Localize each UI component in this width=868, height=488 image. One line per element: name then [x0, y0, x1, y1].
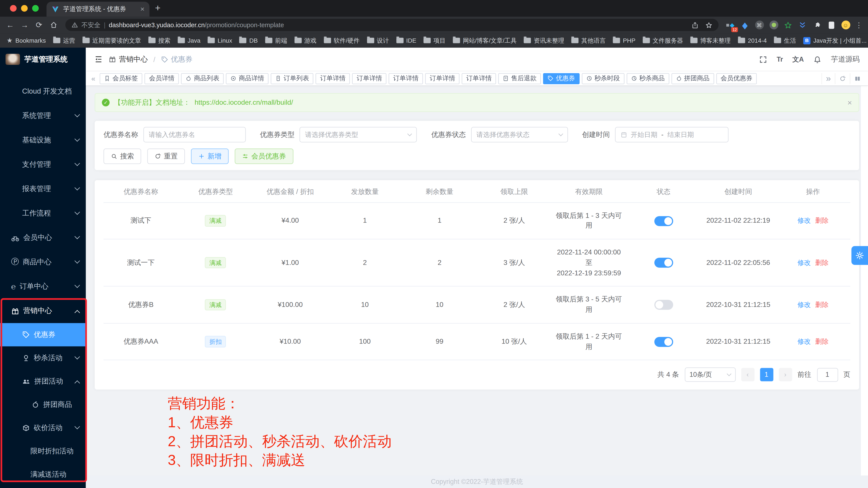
coupon-name-input[interactable]: [143, 127, 246, 142]
sidebar-item-marketing-center[interactable]: 营销中心: [0, 298, 86, 323]
layout-columns-icon[interactable]: [850, 73, 865, 84]
tab-seckill-time[interactable]: 秒杀时段: [582, 73, 624, 84]
tab-order-detail[interactable]: 订单详情: [352, 73, 386, 84]
bookmark-folder[interactable]: 软件/硬件: [323, 36, 360, 45]
bookmark-folder[interactable]: 博客未整理: [690, 36, 731, 45]
delete-link[interactable]: 删除: [815, 217, 829, 224]
browser-menu-icon[interactable]: ⋮: [856, 21, 863, 29]
sidebar-item-system[interactable]: 系统管理: [0, 104, 86, 128]
extension-command-icon[interactable]: ⌘: [754, 20, 764, 30]
home-icon[interactable]: [49, 21, 58, 29]
status-toggle[interactable]: [654, 300, 673, 310]
page-scrollbar[interactable]: [860, 86, 868, 476]
prev-page-button[interactable]: ‹: [741, 368, 754, 381]
tab-order-list[interactable]: 订单列表: [271, 73, 314, 84]
tab-order-detail[interactable]: 订单详情: [462, 73, 496, 84]
bookmark-folder[interactable]: 游戏: [294, 36, 317, 45]
tab-product-detail[interactable]: 商品详情: [226, 73, 269, 84]
breadcrumb-marketing[interactable]: 营销中心: [108, 54, 148, 64]
tab-refund[interactable]: 售后退款: [498, 73, 541, 84]
extension-kite-icon[interactable]: ◆: [740, 19, 749, 31]
tabs-scroll-left-icon[interactable]: «: [89, 74, 98, 83]
reload-icon[interactable]: ⟳: [34, 21, 44, 29]
sidebar-fold-icon[interactable]: [94, 55, 103, 64]
bookmark-folder[interactable]: 其他语言: [571, 36, 606, 45]
sidebar-item-product-center[interactable]: Ⓟ商品中心: [0, 250, 86, 274]
status-toggle[interactable]: [654, 337, 673, 347]
tabs-refresh-icon[interactable]: [835, 73, 850, 84]
sidebar-item-payment[interactable]: 支付管理: [0, 152, 86, 177]
side-panel-icon[interactable]: [827, 20, 836, 30]
tab-group-product[interactable]: 拼团商品: [672, 73, 714, 84]
tab-member-detail[interactable]: 会员详情: [145, 73, 179, 84]
bookmark-folder[interactable]: 生活: [774, 36, 796, 45]
bookmark-folder[interactable]: PHP: [613, 37, 636, 44]
add-button[interactable]: 新增: [191, 148, 228, 164]
member-coupon-button[interactable]: 会员优惠券: [235, 148, 293, 164]
app-logo[interactable]: 芋道管理系统: [0, 48, 86, 71]
bookmarks-manager[interactable]: ★Bookmarks: [7, 36, 46, 45]
window-minimize-button[interactable]: [21, 5, 28, 12]
sidebar-item-infra[interactable]: 基础设施: [0, 128, 86, 152]
sidebar-item-group-buy-product[interactable]: 拼团商品: [0, 393, 86, 416]
bookmark-folder[interactable]: 项目: [424, 36, 446, 45]
sidebar-item-cloud-docs[interactable]: Cloud 开发文档: [0, 79, 86, 104]
sidebar-item-group-buy[interactable]: 拼团活动: [0, 370, 86, 393]
bookmark-folder[interactable]: DB: [239, 37, 258, 44]
tab-member-coupon[interactable]: 会员优惠券: [716, 73, 757, 84]
bell-icon[interactable]: [813, 55, 822, 63]
sidebar-item-bargain[interactable]: 砍价活动: [0, 416, 86, 439]
bookmark-folder[interactable]: 文件服务器: [643, 36, 683, 45]
tab-order-detail[interactable]: 订单详情: [389, 73, 423, 84]
tabs-scroll-right-icon[interactable]: »: [822, 73, 835, 84]
delete-link[interactable]: 删除: [815, 338, 829, 345]
tab-order-detail[interactable]: 订单详情: [316, 73, 350, 84]
status-toggle[interactable]: [654, 216, 673, 226]
font-size-icon[interactable]: Tr: [777, 56, 783, 63]
bookmark-java-dev[interactable]: BJava开发 | 小组首...: [803, 36, 866, 45]
window-zoom-button[interactable]: [32, 5, 39, 12]
date-range-picker[interactable]: 开始日期 - 结束日期: [615, 127, 728, 142]
bookmark-folder[interactable]: 近期需要读的文章: [83, 36, 141, 45]
delete-link[interactable]: 删除: [815, 259, 829, 266]
browser-tab[interactable]: 芋道管理系统 - 优惠券 ×: [46, 2, 150, 17]
banner-close-icon[interactable]: ×: [847, 98, 852, 107]
sidebar-item-order-center[interactable]: ℮订单中心: [0, 274, 86, 298]
current-page-button[interactable]: 1: [760, 368, 773, 381]
docs-link[interactable]: https://doc.iocoder.cn/mall/build/: [195, 98, 293, 107]
settings-fab[interactable]: [851, 246, 868, 265]
delete-link[interactable]: 删除: [815, 301, 829, 309]
status-toggle[interactable]: [654, 258, 673, 268]
address-bar[interactable]: 不安全 | dashboard-vue3.yudao.iocoder.cn/pr…: [65, 19, 718, 31]
tab-order-detail[interactable]: 订单详情: [425, 73, 460, 84]
edit-link[interactable]: 修改: [798, 338, 811, 345]
locale-icon[interactable]: 文A: [792, 55, 804, 64]
sidebar-item-workflow[interactable]: 工作流程: [0, 201, 86, 226]
coupon-type-select[interactable]: 请选择优惠券类型: [300, 127, 417, 142]
extension-star-icon[interactable]: [783, 20, 793, 30]
bookmark-folder[interactable]: Java: [178, 37, 200, 44]
edit-link[interactable]: 修改: [798, 217, 811, 224]
security-label[interactable]: 不安全: [81, 21, 100, 29]
bookmark-folder[interactable]: 资讯未整理: [524, 36, 564, 45]
share-icon[interactable]: [691, 21, 699, 29]
bookmark-folder[interactable]: 网站/博客/文章/工具: [453, 36, 517, 45]
bookmark-folder[interactable]: IDE: [396, 37, 416, 44]
extension-tabs-icon[interactable]: ◆ 12: [726, 20, 735, 30]
tab-seckill-product[interactable]: 秒杀商品: [626, 73, 669, 84]
sidebar-item-member-center[interactable]: 会员中心: [0, 226, 86, 250]
sidebar-item-coupon[interactable]: 优惠券: [0, 323, 86, 346]
search-button[interactable]: 搜索: [103, 148, 141, 164]
bookmark-folder[interactable]: 设计: [367, 36, 389, 45]
bookmark-folder[interactable]: 运营: [53, 36, 75, 45]
user-menu[interactable]: 芋道源码: [831, 54, 860, 64]
sidebar-item-full-reduction[interactable]: 满减送活动: [0, 463, 86, 486]
extension-chevrons-icon[interactable]: [798, 20, 807, 30]
page-size-select[interactable]: 10条/页: [684, 368, 735, 382]
next-page-button[interactable]: ›: [779, 368, 792, 381]
new-tab-button[interactable]: +: [155, 3, 160, 14]
bookmark-folder[interactable]: 前端: [265, 36, 287, 45]
edit-link[interactable]: 修改: [798, 259, 811, 266]
tab-close-icon[interactable]: ×: [140, 5, 144, 13]
sidebar-item-time-discount[interactable]: 限时折扣活动: [0, 439, 86, 463]
